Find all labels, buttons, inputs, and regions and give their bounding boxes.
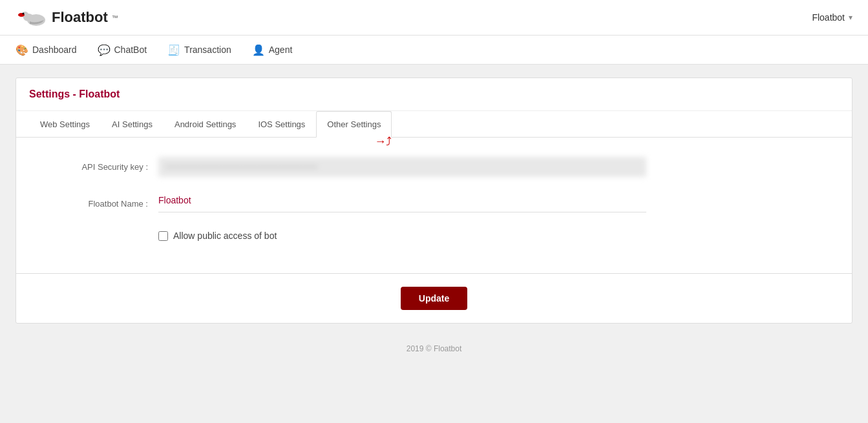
dashboard-icon: 🎨 (16, 44, 28, 56)
bot-name-value: Floatbot (158, 195, 839, 212)
bot-name-row: Floatbot Name : Floatbot (29, 195, 839, 212)
tab-ai-settings[interactable]: AI Settings (101, 111, 164, 138)
chevron-down-icon: ▾ (849, 13, 852, 22)
settings-tabs: Web Settings AI Settings Android Setting… (16, 111, 852, 138)
tab-web-settings[interactable]: Web Settings (29, 111, 101, 138)
sidebar-item-agent[interactable]: 👤 Agent (252, 37, 293, 63)
sidebar-item-dashboard[interactable]: 🎨 Dashboard (16, 37, 77, 63)
bot-name-display: Floatbot (158, 195, 646, 212)
tab-ios-settings[interactable]: IOS Settings (247, 111, 316, 138)
page-footer: 2019 © Floatbot (0, 336, 868, 361)
chatbot-icon: 💬 (98, 44, 111, 56)
agent-icon: 👤 (252, 44, 265, 56)
api-key-input[interactable] (158, 157, 646, 177)
chatbot-label: ChatBot (114, 45, 147, 55)
settings-card: Settings - Floatbot Web Settings AI Sett… (16, 77, 852, 324)
user-menu[interactable]: Floatbot ▾ (812, 12, 852, 23)
agent-label: Agent (269, 45, 293, 55)
main-content: Settings - Floatbot Web Settings AI Sett… (0, 65, 868, 336)
transaction-label: Transaction (184, 45, 231, 55)
tab-other-settings[interactable]: Other Settings (316, 111, 392, 138)
transaction-icon: 🧾 (167, 44, 180, 56)
secondary-navbar: 🎨 Dashboard 💬 ChatBot 🧾 Transaction 👤 Ag… (0, 36, 868, 65)
footer-area: Update (16, 273, 852, 323)
settings-title: Settings - Floatbot (16, 78, 852, 111)
form-area: API Security key : Floatbot Name : Float… (16, 138, 852, 273)
update-button[interactable]: Update (401, 287, 467, 310)
logo: Floatbot™ (16, 6, 118, 29)
public-access-checkbox[interactable] (158, 231, 168, 241)
api-key-row: API Security key : (29, 157, 839, 177)
api-key-value (158, 157, 839, 177)
public-access-row: Allow public access of bot (158, 231, 839, 241)
logo-text: Floatbot (52, 9, 108, 26)
logo-icon (16, 6, 48, 29)
api-key-label: API Security key : (29, 162, 158, 172)
footer-text: 2019 © Floatbot (407, 344, 462, 353)
bot-name-label: Floatbot Name : (29, 199, 158, 209)
sidebar-item-transaction[interactable]: 🧾 Transaction (167, 37, 231, 63)
dashboard-label: Dashboard (32, 45, 77, 55)
tab-android-settings[interactable]: Android Settings (164, 111, 247, 138)
top-navbar: Floatbot™ Floatbot ▾ (0, 0, 868, 36)
logo-tm: ™ (112, 14, 118, 21)
public-access-label: Allow public access of bot (173, 231, 277, 241)
svg-point-4 (23, 13, 25, 15)
sidebar-item-chatbot[interactable]: 💬 ChatBot (98, 37, 147, 63)
user-label: Floatbot (812, 12, 845, 23)
